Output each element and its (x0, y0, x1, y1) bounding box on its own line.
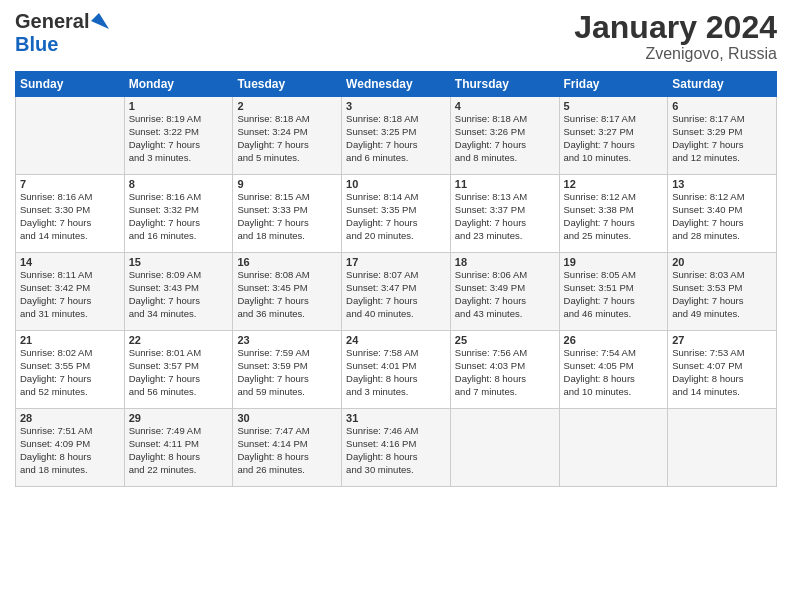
day-number: 12 (564, 178, 664, 190)
weekday-header-row: Sunday Monday Tuesday Wednesday Thursday… (16, 72, 777, 97)
cell-content: Sunrise: 8:17 AMSunset: 3:29 PMDaylight:… (672, 113, 772, 164)
table-cell: 10Sunrise: 8:14 AMSunset: 3:35 PMDayligh… (342, 175, 451, 253)
table-row: 28Sunrise: 7:51 AMSunset: 4:09 PMDayligh… (16, 409, 777, 487)
day-number: 14 (20, 256, 120, 268)
day-number: 1 (129, 100, 229, 112)
table-cell: 17Sunrise: 8:07 AMSunset: 3:47 PMDayligh… (342, 253, 451, 331)
cell-content: Sunrise: 8:18 AMSunset: 3:26 PMDaylight:… (455, 113, 555, 164)
cell-content: Sunrise: 7:53 AMSunset: 4:07 PMDaylight:… (672, 347, 772, 398)
table-cell: 19Sunrise: 8:05 AMSunset: 3:51 PMDayligh… (559, 253, 668, 331)
day-number: 26 (564, 334, 664, 346)
day-number: 13 (672, 178, 772, 190)
table-cell (559, 409, 668, 487)
logo-general-text: General (15, 10, 89, 33)
table-cell: 26Sunrise: 7:54 AMSunset: 4:05 PMDayligh… (559, 331, 668, 409)
table-cell: 7Sunrise: 8:16 AMSunset: 3:30 PMDaylight… (16, 175, 125, 253)
cell-content: Sunrise: 7:58 AMSunset: 4:01 PMDaylight:… (346, 347, 446, 398)
table-cell: 13Sunrise: 8:12 AMSunset: 3:40 PMDayligh… (668, 175, 777, 253)
day-number: 19 (564, 256, 664, 268)
header-monday: Monday (124, 72, 233, 97)
cell-content: Sunrise: 8:02 AMSunset: 3:55 PMDaylight:… (20, 347, 120, 398)
table-row: 7Sunrise: 8:16 AMSunset: 3:30 PMDaylight… (16, 175, 777, 253)
header-thursday: Thursday (450, 72, 559, 97)
day-number: 15 (129, 256, 229, 268)
table-cell: 21Sunrise: 8:02 AMSunset: 3:55 PMDayligh… (16, 331, 125, 409)
cell-content: Sunrise: 8:14 AMSunset: 3:35 PMDaylight:… (346, 191, 446, 242)
day-number: 25 (455, 334, 555, 346)
day-number: 11 (455, 178, 555, 190)
table-cell: 20Sunrise: 8:03 AMSunset: 3:53 PMDayligh… (668, 253, 777, 331)
day-number: 3 (346, 100, 446, 112)
day-number: 5 (564, 100, 664, 112)
table-cell: 12Sunrise: 8:12 AMSunset: 3:38 PMDayligh… (559, 175, 668, 253)
header-sunday: Sunday (16, 72, 125, 97)
table-cell: 4Sunrise: 8:18 AMSunset: 3:26 PMDaylight… (450, 97, 559, 175)
day-number: 2 (237, 100, 337, 112)
table-cell: 18Sunrise: 8:06 AMSunset: 3:49 PMDayligh… (450, 253, 559, 331)
table-cell: 25Sunrise: 7:56 AMSunset: 4:03 PMDayligh… (450, 331, 559, 409)
cell-content: Sunrise: 8:07 AMSunset: 3:47 PMDaylight:… (346, 269, 446, 320)
table-row: 1Sunrise: 8:19 AMSunset: 3:22 PMDaylight… (16, 97, 777, 175)
cell-content: Sunrise: 7:51 AMSunset: 4:09 PMDaylight:… (20, 425, 120, 476)
table-cell: 11Sunrise: 8:13 AMSunset: 3:37 PMDayligh… (450, 175, 559, 253)
cell-content: Sunrise: 8:11 AMSunset: 3:42 PMDaylight:… (20, 269, 120, 320)
cell-content: Sunrise: 8:17 AMSunset: 3:27 PMDaylight:… (564, 113, 664, 164)
cell-content: Sunrise: 7:49 AMSunset: 4:11 PMDaylight:… (129, 425, 229, 476)
table-cell: 22Sunrise: 8:01 AMSunset: 3:57 PMDayligh… (124, 331, 233, 409)
calendar-table: Sunday Monday Tuesday Wednesday Thursday… (15, 71, 777, 487)
day-number: 29 (129, 412, 229, 424)
table-cell: 23Sunrise: 7:59 AMSunset: 3:59 PMDayligh… (233, 331, 342, 409)
cell-content: Sunrise: 7:56 AMSunset: 4:03 PMDaylight:… (455, 347, 555, 398)
location-subtitle: Zvenigovo, Russia (574, 45, 777, 63)
table-cell: 29Sunrise: 7:49 AMSunset: 4:11 PMDayligh… (124, 409, 233, 487)
month-year-title: January 2024 (574, 10, 777, 45)
logo: General Blue (15, 10, 111, 56)
day-number: 17 (346, 256, 446, 268)
day-number: 24 (346, 334, 446, 346)
day-number: 16 (237, 256, 337, 268)
cell-content: Sunrise: 8:18 AMSunset: 3:25 PMDaylight:… (346, 113, 446, 164)
table-cell: 27Sunrise: 7:53 AMSunset: 4:07 PMDayligh… (668, 331, 777, 409)
table-cell: 9Sunrise: 8:15 AMSunset: 3:33 PMDaylight… (233, 175, 342, 253)
table-cell: 31Sunrise: 7:46 AMSunset: 4:16 PMDayligh… (342, 409, 451, 487)
table-cell: 16Sunrise: 8:08 AMSunset: 3:45 PMDayligh… (233, 253, 342, 331)
header-tuesday: Tuesday (233, 72, 342, 97)
logo-arrow-icon (89, 11, 111, 33)
table-cell: 1Sunrise: 8:19 AMSunset: 3:22 PMDaylight… (124, 97, 233, 175)
table-cell: 2Sunrise: 8:18 AMSunset: 3:24 PMDaylight… (233, 97, 342, 175)
table-row: 21Sunrise: 8:02 AMSunset: 3:55 PMDayligh… (16, 331, 777, 409)
table-cell: 3Sunrise: 8:18 AMSunset: 3:25 PMDaylight… (342, 97, 451, 175)
table-cell: 15Sunrise: 8:09 AMSunset: 3:43 PMDayligh… (124, 253, 233, 331)
cell-content: Sunrise: 8:12 AMSunset: 3:40 PMDaylight:… (672, 191, 772, 242)
cell-content: Sunrise: 7:59 AMSunset: 3:59 PMDaylight:… (237, 347, 337, 398)
cell-content: Sunrise: 8:16 AMSunset: 3:30 PMDaylight:… (20, 191, 120, 242)
cell-content: Sunrise: 8:01 AMSunset: 3:57 PMDaylight:… (129, 347, 229, 398)
cell-content: Sunrise: 8:13 AMSunset: 3:37 PMDaylight:… (455, 191, 555, 242)
day-number: 9 (237, 178, 337, 190)
header-saturday: Saturday (668, 72, 777, 97)
table-cell (16, 97, 125, 175)
cell-content: Sunrise: 8:08 AMSunset: 3:45 PMDaylight:… (237, 269, 337, 320)
cell-content: Sunrise: 7:47 AMSunset: 4:14 PMDaylight:… (237, 425, 337, 476)
cell-content: Sunrise: 8:05 AMSunset: 3:51 PMDaylight:… (564, 269, 664, 320)
cell-content: Sunrise: 8:06 AMSunset: 3:49 PMDaylight:… (455, 269, 555, 320)
day-number: 21 (20, 334, 120, 346)
table-cell: 14Sunrise: 8:11 AMSunset: 3:42 PMDayligh… (16, 253, 125, 331)
svg-marker-0 (91, 13, 109, 29)
cell-content: Sunrise: 8:19 AMSunset: 3:22 PMDaylight:… (129, 113, 229, 164)
cell-content: Sunrise: 8:03 AMSunset: 3:53 PMDaylight:… (672, 269, 772, 320)
day-number: 28 (20, 412, 120, 424)
day-number: 30 (237, 412, 337, 424)
day-number: 6 (672, 100, 772, 112)
header-friday: Friday (559, 72, 668, 97)
day-number: 27 (672, 334, 772, 346)
table-cell: 30Sunrise: 7:47 AMSunset: 4:14 PMDayligh… (233, 409, 342, 487)
page-container: General Blue January 2024 Zvenigovo, Rus… (0, 0, 792, 497)
calendar-body: 1Sunrise: 8:19 AMSunset: 3:22 PMDaylight… (16, 97, 777, 487)
day-number: 7 (20, 178, 120, 190)
cell-content: Sunrise: 8:16 AMSunset: 3:32 PMDaylight:… (129, 191, 229, 242)
day-number: 18 (455, 256, 555, 268)
table-cell: 24Sunrise: 7:58 AMSunset: 4:01 PMDayligh… (342, 331, 451, 409)
cell-content: Sunrise: 8:09 AMSunset: 3:43 PMDaylight:… (129, 269, 229, 320)
header-wednesday: Wednesday (342, 72, 451, 97)
